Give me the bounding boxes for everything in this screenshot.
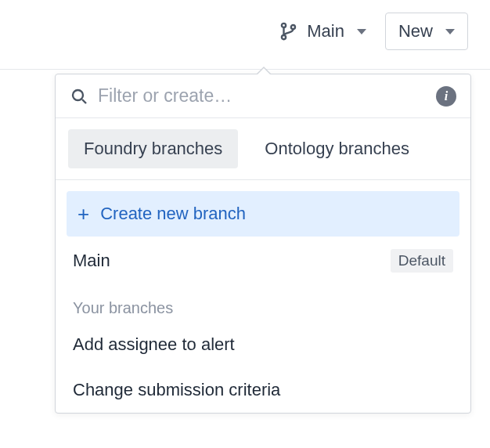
chevron-down-icon (445, 29, 455, 34)
current-branch-label: Main (307, 21, 344, 42)
svg-point-3 (73, 90, 83, 100)
tabs-row: Foundry branches Ontology branches (56, 118, 470, 180)
branch-item[interactable]: Change submission criteria (67, 367, 459, 413)
branch-icon (279, 21, 299, 42)
info-icon[interactable]: i (436, 86, 456, 107)
branch-selector[interactable]: Main (279, 21, 366, 42)
new-button-label: New (398, 21, 433, 42)
tab-ontology-branches[interactable]: Ontology branches (249, 129, 425, 168)
your-branches-label: Your branches (67, 285, 459, 322)
branch-item-main[interactable]: Main Default (67, 237, 459, 285)
tab-foundry-branches[interactable]: Foundry branches (68, 129, 238, 168)
search-input[interactable] (98, 85, 427, 107)
branch-name: Change submission criteria (73, 380, 280, 400)
branch-name: Main (73, 251, 110, 271)
default-badge: Default (391, 249, 453, 273)
new-button[interactable]: New (385, 13, 468, 50)
branch-item[interactable]: Add assignee to alert (67, 322, 459, 367)
chevron-down-icon (357, 29, 366, 34)
tab-label: Ontology branches (265, 139, 409, 158)
search-row: i (56, 74, 470, 118)
create-branch-button[interactable]: + Create new branch (67, 191, 459, 237)
svg-line-4 (82, 99, 86, 103)
search-icon (70, 87, 88, 106)
plus-icon: + (77, 204, 89, 224)
create-branch-label: Create new branch (100, 204, 246, 224)
svg-point-2 (291, 25, 295, 29)
svg-point-1 (282, 35, 286, 39)
branch-name: Add assignee to alert (73, 334, 235, 355)
branch-dropdown: i Foundry branches Ontology branches + C… (55, 74, 471, 414)
tab-label: Foundry branches (84, 139, 222, 158)
svg-point-0 (282, 23, 286, 27)
